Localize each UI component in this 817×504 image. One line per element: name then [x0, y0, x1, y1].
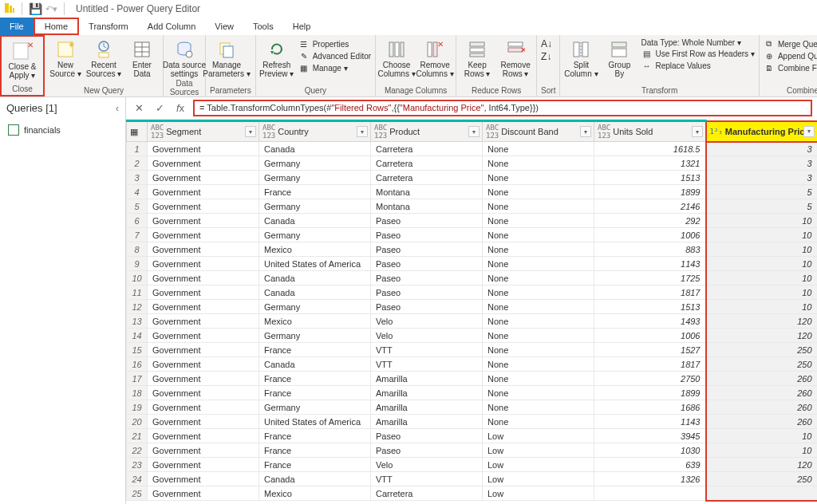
cell-segment[interactable]: Government — [148, 429, 259, 443]
cell-discount[interactable]: None — [483, 285, 594, 300]
properties-button[interactable]: ☰Properties — [298, 38, 371, 49]
cell-product[interactable]: Carretera — [371, 142, 483, 156]
column-header-product[interactable]: ABC123Product▾ — [371, 121, 483, 142]
cell-segment[interactable]: Government — [148, 386, 259, 400]
cell-mfg-price[interactable]: 3 — [706, 156, 818, 171]
table-row[interactable]: 13GovernmentMexicoVeloNone1493120 — [127, 314, 818, 329]
cell-discount[interactable]: Low — [483, 443, 594, 458]
sort-asc-button[interactable]: A↓ — [541, 38, 552, 49]
cell-discount[interactable]: None — [483, 400, 594, 415]
filter-dropdown-icon[interactable]: ▾ — [580, 126, 591, 137]
cell-segment[interactable]: Government — [148, 343, 259, 357]
cell-segment[interactable]: Government — [148, 329, 259, 343]
cell-segment[interactable]: Government — [148, 199, 259, 214]
cell-discount[interactable]: None — [483, 415, 594, 429]
cell-product[interactable]: Velo — [371, 458, 483, 472]
fx-button[interactable]: fx — [172, 100, 188, 116]
table-row[interactable]: 11GovernmentCanadaPaseoNone181710 — [127, 285, 818, 300]
cell-discount[interactable]: None — [483, 171, 594, 185]
close-apply-button[interactable]: ✕ Close &Apply ▾ — [6, 40, 39, 80]
cell-discount[interactable]: None — [483, 257, 594, 271]
keep-rows-button[interactable]: KeepRows ▾ — [460, 38, 494, 78]
cell-units[interactable]: 1686 — [594, 400, 706, 415]
filter-dropdown-icon[interactable]: ▾ — [468, 126, 480, 137]
cell-units[interactable]: 1326 — [594, 472, 706, 486]
cell-discount[interactable]: None — [483, 300, 594, 314]
cell-segment[interactable]: Government — [148, 357, 259, 372]
cell-country[interactable]: Germany — [259, 300, 371, 314]
cell-units[interactable]: 1513 — [594, 171, 706, 185]
cell-mfg-price[interactable]: 120 — [706, 458, 818, 472]
cell-product[interactable]: VTT — [371, 343, 483, 357]
cell-mfg-price[interactable]: 10 — [706, 271, 818, 285]
cell-mfg-price[interactable]: 120 — [706, 314, 818, 329]
row-index-header[interactable]: ▦ — [127, 121, 148, 142]
filter-dropdown-icon[interactable]: ▾ — [245, 126, 256, 137]
cell-product[interactable]: Paseo — [371, 285, 483, 300]
table-row[interactable]: 12GovernmentGermanyPaseoNone151310 — [127, 300, 818, 314]
cell-units[interactable]: 1817 — [594, 357, 706, 372]
table-row[interactable]: 7GovernmentGermanyPaseoNone100610 — [127, 228, 818, 242]
cell-units[interactable]: 1143 — [594, 257, 706, 271]
cell-mfg-price[interactable]: 260 — [706, 400, 818, 415]
menu-tools[interactable]: Tools — [243, 18, 283, 35]
cell-mfg-price[interactable]: 250 — [706, 343, 818, 357]
cell-product[interactable]: Amarilla — [371, 386, 483, 400]
datatype-button[interactable]: Data Type: Whole Number ▾ — [641, 38, 754, 47]
cell-country[interactable]: France — [259, 372, 371, 386]
refresh-preview-button[interactable]: RefreshPreview ▾ — [260, 38, 294, 78]
cell-country[interactable]: France — [259, 343, 371, 357]
manage-parameters-button[interactable]: ManageParameters ▾ — [210, 38, 243, 78]
cell-product[interactable]: VTT — [371, 357, 483, 372]
table-row[interactable]: 10GovernmentCanadaPaseoNone172510 — [127, 271, 818, 285]
cell-country[interactable]: Canada — [259, 357, 371, 372]
table-row[interactable]: 6GovernmentCanadaPaseoNone29210 — [127, 214, 818, 228]
table-row[interactable]: 8GovernmentMexicoPaseoNone88310 — [127, 242, 818, 257]
cell-product[interactable]: Amarilla — [371, 415, 483, 429]
enter-data-button[interactable]: EnterData — [125, 38, 159, 78]
column-header-discount[interactable]: ABC123Discount Band▾ — [483, 121, 594, 142]
cell-segment[interactable]: Government — [148, 271, 259, 285]
replace-values-button[interactable]: ↔Replace Values — [641, 60, 754, 71]
datasource-settings-button[interactable]: Data sourcesettings — [168, 38, 201, 78]
table-row[interactable]: 9GovernmentUnited States of AmericaPaseo… — [127, 257, 818, 271]
new-source-button[interactable]: ✷NewSource ▾ — [49, 38, 82, 78]
cell-discount[interactable]: None — [483, 199, 594, 214]
cell-units[interactable]: 292 — [594, 214, 706, 228]
cell-country[interactable]: France — [259, 443, 371, 458]
cell-segment[interactable]: Government — [148, 486, 259, 501]
data-grid[interactable]: ▦ ABC123Segment▾ ABC123Country▾ ABC123Pr… — [126, 120, 817, 504]
cell-segment[interactable]: Government — [148, 214, 259, 228]
table-row[interactable]: 18GovernmentFranceAmarillaNone1899260 — [127, 386, 818, 400]
firstrow-headers-button[interactable]: ▤Use First Row as Headers ▾ — [641, 48, 754, 59]
cell-segment[interactable]: Government — [148, 314, 259, 329]
cell-country[interactable]: Canada — [259, 285, 371, 300]
filter-dropdown-icon[interactable]: ▾ — [692, 126, 703, 137]
table-row[interactable]: 3GovernmentGermanyCarreteraNone15133 — [127, 171, 818, 185]
menu-view[interactable]: View — [205, 18, 243, 35]
cell-product[interactable]: Montana — [371, 185, 483, 199]
cell-units[interactable]: 1527 — [594, 343, 706, 357]
cell-discount[interactable]: None — [483, 242, 594, 257]
cell-country[interactable]: Canada — [259, 214, 371, 228]
cell-country[interactable]: Germany — [259, 228, 371, 242]
cell-segment[interactable]: Government — [148, 242, 259, 257]
advanced-editor-button[interactable]: ✎Advanced Editor — [298, 50, 371, 61]
cell-units[interactable]: 1006 — [594, 329, 706, 343]
menu-transform[interactable]: Transform — [79, 18, 138, 35]
cell-mfg-price[interactable]: 3 — [706, 142, 818, 156]
cell-discount[interactable]: Low — [483, 429, 594, 443]
cell-country[interactable]: United States of America — [259, 415, 371, 429]
group-by-button[interactable]: GroupBy — [602, 38, 636, 78]
save-icon[interactable]: 💾 — [29, 2, 42, 15]
cell-discount[interactable]: Low — [483, 458, 594, 472]
cell-units[interactable]: 1725 — [594, 271, 706, 285]
cell-country[interactable]: United States of America — [259, 257, 371, 271]
cell-units[interactable]: 1493 — [594, 314, 706, 329]
cell-product[interactable]: Paseo — [371, 429, 483, 443]
cell-country[interactable]: Mexico — [259, 314, 371, 329]
cell-product[interactable]: Paseo — [371, 300, 483, 314]
cell-units[interactable]: 1143 — [594, 415, 706, 429]
cell-discount[interactable]: Low — [483, 486, 594, 501]
cell-mfg-price[interactable]: 260 — [706, 415, 818, 429]
